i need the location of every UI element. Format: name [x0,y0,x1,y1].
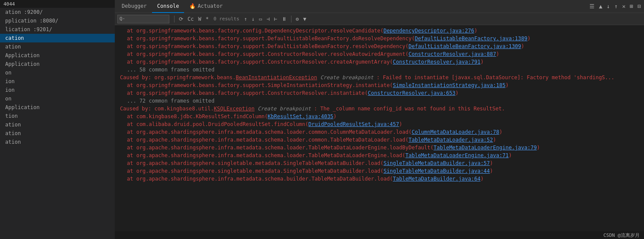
log-line-l11: Caused by: com.kingbase8.util.KSQLExcept… [115,105,644,113]
tabs-actions: ☰ ▲ ↓ ↑ ✕ ⊞ ⊟ [588,2,642,10]
log-line-l14: at org.apache.shardingsphere.infra.metad… [115,128,644,136]
sidebar: 4044 ation :9200/pplication :8080/licati… [0,0,115,239]
toolbar-btn-loop[interactable]: ⟳ [178,15,184,23]
toolbar-btn-pause[interactable]: ⏸ [280,15,288,23]
sidebar-top: 4044 [0,0,115,8]
toolbar-btn-rect[interactable]: ▭ [258,15,263,23]
log-line-l3: at org.springframework.beans.factory.sup… [115,42,644,50]
toolbar-btn-up[interactable]: ↑ [243,15,249,23]
exception-l11[interactable]: KSQLException [214,106,255,112]
toolbar-btn-case[interactable]: Cc [186,15,195,23]
sidebar-item-item11[interactable]: on [0,94,115,103]
link-l1[interactable]: DependencyDescriptor.java:276 [383,28,474,34]
link-l19[interactable]: SingleTableMetaDataBuilder.java:44 [383,168,490,174]
tabs-bar: DebuggerConsole🔥Actuator ☰ ▲ ↓ ↑ ✕ ⊞ ⊟ [115,0,644,13]
tab-label-console: Console [157,3,179,9]
link-l5[interactable]: ConstructorResolver.java:791 [393,59,480,65]
tabs-action-x[interactable]: ✕ [621,2,627,10]
results-count: 0 results [214,16,239,22]
link-l3[interactable]: DefaultListableBeanFactory.java:1309 [408,43,521,49]
breakpoint-hint-l7[interactable]: Create breakpoint [317,74,376,81]
toolbar-btn-nav2[interactable]: ⊢ [272,15,278,23]
log-line-l9: at org.springframework.beans.factory.sup… [115,89,644,97]
log-line-l16: at org.apache.shardingsphere.infra.metad… [115,144,644,152]
tab-debugger[interactable]: Debugger [117,0,152,13]
sidebar-item-item2[interactable]: pplication :8080/ [0,16,115,25]
toolbar-sep2 [291,16,291,23]
exception-l7[interactable]: BeanInstantiationException [236,74,317,81]
tabs-action-up2[interactable]: ↑ [613,2,619,10]
bottom-bar: CSDN @流离岁月 [115,231,644,239]
link-l18[interactable]: SingleTableMetaDataBuilder.java:57 [383,160,490,166]
log-line-l10: ... 72 common frames omitted [115,97,644,105]
tabs-container: DebuggerConsole🔥Actuator [117,0,228,13]
log-line-l18: at org.apache.shardingsphere.singletable… [115,159,644,167]
sidebar-item-item8[interactable]: on [0,68,115,77]
sidebar-item-item6[interactable]: Application [0,51,115,60]
toolbar-btn-down[interactable]: ↓ [250,15,256,23]
sidebar-top-label: 4044 [3,1,15,7]
log-line-l20: at org.apache.shardingsphere.infra.metad… [115,175,644,183]
tabs-action-down[interactable]: ↓ [605,2,612,10]
search-input[interactable] [125,16,160,22]
link-l8[interactable]: SimpleInstantiationStrategy.java:185 [393,82,505,88]
log-line-l12: at com.kingbase8.jdbc.KbResultSet.findCo… [115,113,644,120]
link-l13[interactable]: DruidPooledResultSet.java:457 [308,121,399,127]
log-line-l2: at org.springframework.beans.factory.sup… [115,35,644,42]
log-line-l5: at org.springframework.beans.factory.sup… [115,58,644,66]
sidebar-item-item5[interactable]: ation [0,42,115,51]
link-l9[interactable]: ConstructorResolver.java:653 [368,90,455,96]
breakpoint-hint-l11[interactable]: Create breakpoint [255,106,314,112]
link-l16[interactable]: TableMetaDataLoaderEngine.java:79 [434,145,537,151]
search-box[interactable]: Q· [117,15,169,23]
toolbar-btn-filter[interactable]: ▼ [302,15,307,23]
bottom-bar-label: CSDN @流离岁月 [603,232,640,239]
log-line-l19: at org.apache.shardingsphere.singletable… [115,167,644,175]
log-line-l7: Caused by: org.springframework.beans.Bea… [115,74,644,81]
sidebar-item-item10[interactable]: ion [0,86,115,94]
sidebar-item-item13[interactable]: tion [0,112,115,120]
toolbar: Q· ⟳ Cc W * 0 results ↑ ↓ ▭ ⊣ ⊢ ⏸ ⚙ ▼ [115,13,644,25]
log-line-l6: ... 58 common frames omitted [115,66,644,74]
search-icon: Q· [120,16,125,22]
tab-label-debugger: Debugger [122,3,147,9]
log-line-l4: at org.springframework.beans.factory.sup… [115,50,644,58]
sidebar-item-item7[interactable]: Application [0,60,115,68]
log-line-l1: at org.springframework.beans.factory.con… [115,27,644,35]
tab-console[interactable]: Console [152,0,184,13]
link-l14[interactable]: ColumnMetaDataLoader.java:78 [411,129,499,135]
sidebar-item-item3[interactable]: lication :9201/ [0,25,115,34]
link-l12[interactable]: KbResultSet.java:4035 [268,113,333,120]
sidebar-item-item14[interactable]: ation [0,120,115,129]
tab-actuator[interactable]: 🔥Actuator [184,0,228,13]
link-l2[interactable]: DefaultListableBeanFactory.java:1389 [415,36,527,42]
toolbar-btn-nav1[interactable]: ⊣ [265,15,271,23]
toolbar-btn-word[interactable]: W [197,15,202,23]
tab-label-actuator: Actuator [197,3,223,9]
sidebar-item-item12[interactable]: Application [0,103,115,112]
sidebar-items: ation :9200/pplication :8080/lication :9… [0,8,115,146]
sidebar-item-item15[interactable]: ation [0,129,115,138]
toolbar-sep1 [174,16,175,23]
console-content[interactable]: at org.springframework.beans.factory.con… [115,25,644,231]
link-l20[interactable]: TableMetaDataBuilder.java:64 [393,176,480,182]
tabs-action-split[interactable]: ⊟ [636,2,642,10]
tabs-action-grid[interactable]: ⊞ [628,2,634,10]
main-panel: DebuggerConsole🔥Actuator ☰ ▲ ↓ ↑ ✕ ⊞ ⊟ Q… [115,0,644,239]
log-line-l13: at com.alibaba.druid.pool.DruidPooledRes… [115,120,644,128]
sidebar-item-item4[interactable]: cation [0,34,115,42]
sidebar-item-item16[interactable]: ation [0,138,115,146]
tabs-action-menu[interactable]: ☰ [588,2,596,10]
sidebar-item-item1[interactable]: ation :9200/ [0,8,115,16]
toolbar-btn-settings[interactable]: ⚙ [294,15,300,23]
tabs-action-up[interactable]: ▲ [598,2,604,10]
link-l17[interactable]: TableMetaDataLoaderEngine.java:71 [405,152,508,158]
log-line-l17: at org.apache.shardingsphere.infra.metad… [115,152,644,159]
log-line-l8: at org.springframework.beans.factory.sup… [115,81,644,89]
link-l4[interactable]: ConstructorResolver.java:887 [408,51,496,57]
log-line-l15: at org.apache.shardingsphere.infra.metad… [115,136,644,144]
actuator-icon: 🔥 [189,3,196,9]
toolbar-btn-asterisk[interactable]: * [204,15,210,23]
sidebar-item-item9[interactable]: ion [0,77,115,86]
link-l15[interactable]: TableMetaDataLoader.java:52 [408,137,493,143]
